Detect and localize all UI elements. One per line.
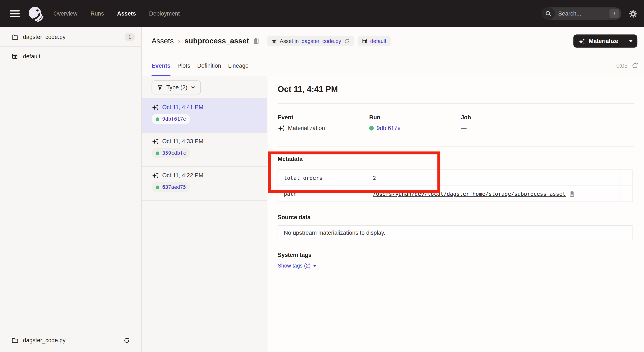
- asset-location-pill[interactable]: Asset in dagster_code.py: [267, 36, 354, 46]
- materialize-label: Materialize: [589, 38, 618, 44]
- asset-in-label: Asset in: [280, 38, 299, 44]
- run-id-link[interactable]: 359cdbfc: [162, 150, 186, 156]
- chevron-down-icon: [629, 40, 633, 42]
- sparkle-icon: [578, 38, 586, 44]
- breadcrumb: Assets › subprocess_asset Asset in dagst…: [152, 36, 574, 46]
- asset-count-badge: 1: [125, 32, 134, 41]
- metadata-row: total_orders 2: [278, 170, 632, 186]
- event-time: Oct 11, 4:33 PM: [162, 138, 204, 144]
- run-id-link[interactable]: 637aed75: [162, 184, 186, 190]
- primary-nav: Overview Runs Assets Deployment: [54, 10, 180, 17]
- run-status-dot: [156, 117, 159, 121]
- asset-sidebar: dagster_code.py 1 default dagster_code.p…: [0, 27, 142, 352]
- materialize-button-group: Materialize: [574, 34, 638, 48]
- run-status-dot: [369, 126, 374, 130]
- sidebar-item-label: default: [23, 53, 135, 59]
- chevron-down-icon: [191, 85, 196, 90]
- tab-plots[interactable]: Plots: [178, 55, 190, 76]
- asset-group-icon: [362, 38, 367, 44]
- nav-assets[interactable]: Assets: [117, 10, 136, 17]
- tab-definition[interactable]: Definition: [197, 55, 221, 76]
- system-tags-heading: System tags: [278, 251, 634, 259]
- event-list-item[interactable]: Oct 11, 4:33 PM 359cdbfc: [142, 133, 267, 167]
- event-time: Oct 11, 4:22 PM: [162, 172, 204, 179]
- metadata-heading: Metadata: [278, 155, 634, 163]
- search-placeholder: Search...: [555, 10, 609, 17]
- nav-overview[interactable]: Overview: [54, 10, 78, 17]
- filter-funnel-icon: [157, 84, 163, 90]
- breadcrumb-separator: ›: [178, 37, 180, 45]
- breadcrumb-assets-link[interactable]: Assets: [152, 37, 174, 45]
- event-list-item[interactable]: Oct 11, 4:22 PM 637aed75: [142, 167, 267, 201]
- search-input[interactable]: Search... /: [542, 7, 622, 20]
- materialization-sparkle-icon: [152, 172, 159, 179]
- run-id-link[interactable]: 9dbf617e: [162, 116, 186, 122]
- materialization-sparkle-icon: [278, 125, 285, 131]
- sidebar-footer-code-location[interactable]: dagster_code.py: [0, 328, 141, 352]
- show-tags-label: Show tags (2): [278, 263, 311, 269]
- reload-icon[interactable]: [124, 337, 130, 343]
- hamburger-menu-icon[interactable]: [10, 10, 20, 17]
- run-tag[interactable]: 9dbf617e: [152, 114, 190, 124]
- run-id-link[interactable]: 9dbf617e: [376, 124, 400, 132]
- folder-icon: [12, 33, 18, 40]
- asset-group-link[interactable]: default: [370, 38, 386, 44]
- run-tag[interactable]: 359cdbfc: [152, 148, 190, 158]
- folder-icon: [12, 337, 18, 344]
- job-empty-value: —: [461, 124, 466, 132]
- tab-events[interactable]: Events: [152, 55, 170, 76]
- events-filter-row: Type (2): [142, 76, 267, 98]
- dagster-logo[interactable]: [26, 4, 44, 22]
- refresh-countdown: 0:05: [616, 62, 628, 69]
- sidebar-item-code-location[interactable]: dagster_code.py 1: [0, 27, 141, 47]
- metadata-row: path /Users/yuhan/dev/local/dagster_home…: [278, 186, 632, 202]
- materialization-sparkle-icon: [152, 104, 159, 110]
- event-summary-columns: Event Materialization Run 9dbf617e: [278, 114, 634, 132]
- asset-group-pill[interactable]: default: [358, 36, 390, 46]
- top-nav: Overview Runs Assets Deployment Search..…: [0, 0, 644, 27]
- job-column-label: Job: [461, 114, 552, 121]
- asset-header: Assets › subprocess_asset Asset in dagst…: [142, 27, 644, 55]
- metadata-key: path: [278, 186, 367, 202]
- materialization-sparkle-icon: [152, 138, 159, 144]
- search-shortcut-badge: /: [610, 9, 619, 18]
- metadata-table: total_orders 2 path /Users/yuhan/dev/loc…: [278, 169, 632, 202]
- copy-path-icon[interactable]: [569, 191, 575, 197]
- materialize-button[interactable]: Materialize: [574, 34, 624, 48]
- source-data-empty-message: No upstream materializations to display.: [284, 229, 386, 236]
- type-filter-button[interactable]: Type (2): [152, 80, 201, 94]
- nav-deployment[interactable]: Deployment: [149, 10, 180, 17]
- sidebar-footer-label: dagster_code.py: [23, 337, 118, 344]
- page-title: subprocess_asset: [184, 37, 249, 45]
- tab-lineage[interactable]: Lineage: [228, 55, 248, 76]
- sidebar-item-default-group[interactable]: default: [0, 47, 141, 65]
- event-type-value: Materialization: [288, 124, 325, 132]
- run-tag[interactable]: 637aed75: [152, 182, 190, 192]
- settings-gear-icon[interactable]: [629, 9, 638, 18]
- caret-down-icon: [313, 265, 316, 267]
- event-list-item[interactable]: Oct 11, 4:41 PM 9dbf617e: [142, 98, 267, 133]
- dagster-app-window: Overview Runs Assets Deployment Search..…: [0, 0, 644, 352]
- sidebar-item-label: dagster_code.py: [23, 33, 120, 40]
- asset-group-icon: [12, 53, 18, 59]
- reload-location-icon[interactable]: [344, 38, 349, 44]
- nav-runs[interactable]: Runs: [90, 10, 104, 17]
- code-location-link[interactable]: dagster_code.py: [302, 38, 341, 44]
- materialize-dropdown-button[interactable]: [624, 34, 638, 48]
- show-tags-toggle[interactable]: Show tags (2): [278, 263, 316, 269]
- octopus-icon: [27, 5, 44, 22]
- metadata-path-link[interactable]: /Users/yuhan/dev/local/dagster_home/stor…: [373, 191, 566, 197]
- metadata-key: total_orders: [278, 170, 367, 186]
- source-data-empty-state: No upstream materializations to display.: [278, 225, 632, 240]
- run-status-dot: [156, 185, 159, 189]
- event-column-label: Event: [278, 114, 369, 121]
- event-detail-heading: Oct 11, 4:41 PM: [278, 84, 634, 94]
- asset-tabs: Events Plots Definition Lineage 0:05: [142, 55, 644, 76]
- event-time: Oct 11, 4:41 PM: [162, 104, 204, 110]
- event-detail-panel: Oct 11, 4:41 PM Event Materialization Ru…: [267, 76, 644, 352]
- metadata-value: 2: [367, 170, 621, 186]
- events-list-panel: Type (2) Oct 11, 4:41 PM: [142, 76, 267, 352]
- run-column-label: Run: [369, 114, 461, 121]
- refresh-icon[interactable]: [632, 62, 638, 69]
- copy-asset-name-icon[interactable]: [253, 38, 260, 44]
